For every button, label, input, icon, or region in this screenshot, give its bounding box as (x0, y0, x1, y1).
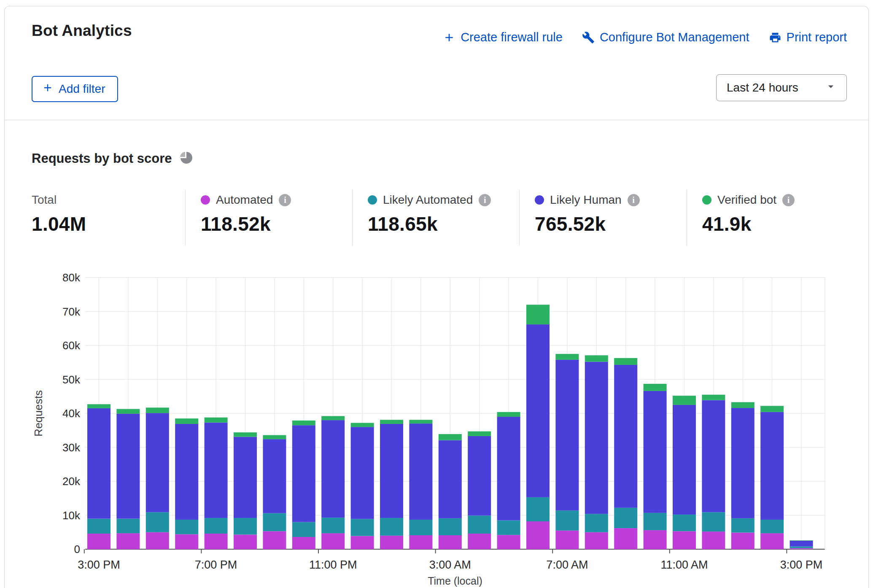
bar-segment-likely-human[interactable] (644, 391, 667, 513)
bar-segment-likely-human[interactable] (351, 427, 374, 519)
print-report-link[interactable]: Print report (769, 30, 847, 44)
bar-segment-likely-human[interactable] (526, 324, 550, 497)
bar-segment-likely-human[interactable] (760, 412, 784, 520)
bar-segment-verified-bot[interactable] (760, 406, 784, 412)
bar-segment-verified-bot[interactable] (205, 418, 228, 423)
bar-segment-likely-automated[interactable] (146, 512, 169, 532)
bar-segment-automated[interactable] (673, 531, 696, 549)
bar-segment-automated[interactable] (205, 534, 228, 549)
info-icon[interactable]: i (279, 194, 291, 206)
bar-segment-likely-automated[interactable] (205, 518, 228, 534)
bar-segment-verified-bot[interactable] (146, 407, 169, 413)
bar-segment-verified-bot[interactable] (790, 540, 813, 541)
bar-segment-likely-human[interactable] (702, 400, 725, 512)
bar-segment-likely-automated[interactable] (263, 513, 286, 531)
bar-segment-likely-human[interactable] (614, 365, 637, 508)
bar-segment-verified-bot[interactable] (614, 358, 637, 365)
bar-segment-automated[interactable] (234, 534, 257, 549)
bar-segment-automated[interactable] (439, 535, 462, 549)
bar-segment-likely-automated[interactable] (87, 519, 110, 534)
create-firewall-rule-link[interactable]: Create firewall rule (443, 30, 563, 44)
bar-segment-verified-bot[interactable] (526, 305, 550, 324)
bar-segment-likely-human[interactable] (321, 420, 345, 518)
bar-segment-likely-human[interactable] (673, 405, 696, 515)
add-filter-button[interactable]: Add filter (32, 76, 118, 102)
bar-segment-automated[interactable] (731, 533, 754, 549)
bar-segment-verified-bot[interactable] (439, 434, 462, 440)
info-icon[interactable]: i (479, 194, 491, 206)
bar-segment-likely-automated[interactable] (234, 518, 257, 534)
bar-segment-automated[interactable] (614, 528, 637, 549)
bar-segment-automated[interactable] (263, 531, 286, 549)
bar-segment-verified-bot[interactable] (644, 384, 667, 391)
bar-segment-likely-human[interactable] (292, 425, 315, 522)
bar-segment-verified-bot[interactable] (409, 420, 432, 423)
bar-segment-likely-human[interactable] (146, 413, 169, 512)
bar-segment-likely-human[interactable] (116, 414, 140, 519)
bar-segment-likely-automated[interactable] (731, 518, 754, 533)
bar-segment-automated[interactable] (116, 533, 140, 549)
bar-segment-verified-bot[interactable] (234, 432, 257, 437)
bar-segment-automated[interactable] (585, 532, 608, 549)
time-range-dropdown[interactable]: Last 24 hours (716, 74, 847, 101)
bar-segment-likely-automated[interactable] (409, 520, 432, 535)
bar-segment-likely-automated[interactable] (555, 510, 579, 530)
bar-segment-verified-bot[interactable] (321, 416, 345, 420)
bar-segment-likely-human[interactable] (205, 423, 228, 518)
bar-segment-likely-human[interactable] (497, 417, 520, 521)
info-icon[interactable]: i (782, 194, 795, 206)
bar-segment-automated[interactable] (555, 531, 579, 549)
bar-segment-likely-human[interactable] (585, 362, 608, 514)
bar-segment-likely-automated[interactable] (585, 514, 608, 532)
bar-segment-likely-human[interactable] (409, 423, 432, 520)
bar-segment-verified-bot[interactable] (673, 396, 696, 405)
bar-segment-likely-human[interactable] (731, 408, 754, 518)
bar-segment-automated[interactable] (468, 534, 491, 549)
bar-segment-automated[interactable] (644, 530, 667, 549)
bar-segment-verified-bot[interactable] (380, 420, 403, 424)
bar-segment-likely-automated[interactable] (468, 515, 491, 534)
bar-segment-automated[interactable] (380, 536, 403, 549)
bar-segment-verified-bot[interactable] (585, 355, 608, 361)
bar-segment-likely-human[interactable] (468, 436, 491, 515)
bar-segment-automated[interactable] (146, 532, 169, 549)
bar-segment-likely-human[interactable] (234, 437, 257, 518)
bar-segment-likely-automated[interactable] (116, 519, 140, 534)
bar-segment-verified-bot[interactable] (263, 435, 286, 440)
bar-segment-verified-bot[interactable] (468, 432, 491, 436)
bar-segment-verified-bot[interactable] (351, 423, 374, 427)
bar-segment-likely-human[interactable] (790, 541, 813, 547)
bar-segment-likely-automated[interactable] (673, 515, 696, 531)
bar-segment-automated[interactable] (321, 533, 345, 549)
bar-segment-likely-automated[interactable] (644, 513, 667, 530)
bar-segment-likely-human[interactable] (87, 408, 110, 519)
bar-segment-automated[interactable] (790, 548, 813, 549)
bar-segment-likely-automated[interactable] (321, 518, 345, 533)
bar-segment-likely-human[interactable] (555, 360, 579, 510)
configure-bot-management-link[interactable]: Configure Bot Management (582, 30, 749, 44)
bar-segment-automated[interactable] (351, 536, 374, 549)
bar-segment-verified-bot[interactable] (555, 354, 579, 360)
bar-segment-verified-bot[interactable] (497, 412, 520, 417)
bar-segment-likely-automated[interactable] (526, 497, 550, 521)
bar-segment-likely-human[interactable] (439, 440, 462, 518)
bar-segment-automated[interactable] (409, 535, 432, 549)
bar-segment-automated[interactable] (497, 535, 520, 549)
bar-segment-automated[interactable] (175, 534, 198, 549)
bar-segment-likely-automated[interactable] (760, 520, 784, 533)
bar-segment-automated[interactable] (760, 533, 784, 549)
bar-segment-likely-automated[interactable] (790, 547, 813, 548)
bar-segment-verified-bot[interactable] (175, 418, 198, 424)
bar-segment-verified-bot[interactable] (87, 404, 110, 408)
bar-segment-automated[interactable] (292, 537, 315, 549)
bar-segment-automated[interactable] (702, 531, 725, 549)
bar-segment-likely-automated[interactable] (351, 519, 374, 536)
bar-segment-verified-bot[interactable] (731, 402, 754, 408)
bar-segment-verified-bot[interactable] (292, 421, 315, 425)
bar-segment-likely-automated[interactable] (614, 508, 637, 528)
info-icon[interactable]: i (628, 194, 640, 206)
bar-segment-verified-bot[interactable] (702, 395, 725, 400)
bar-segment-likely-automated[interactable] (292, 522, 315, 537)
bar-segment-likely-human[interactable] (380, 424, 403, 518)
bar-segment-likely-automated[interactable] (380, 518, 403, 536)
